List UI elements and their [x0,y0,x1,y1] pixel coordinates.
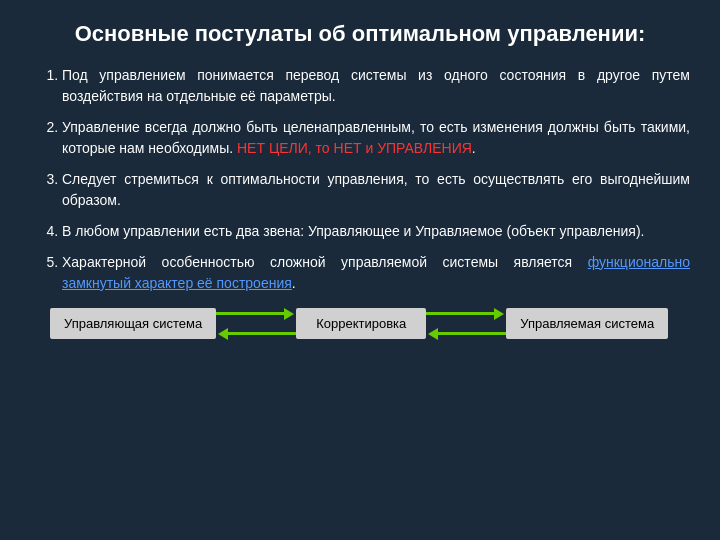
list-item-4: В любом управлении есть два звена: Управ… [62,221,690,242]
slide: Основные постулаты об оптимальном управл… [0,0,720,540]
postulates-list: Под управлением понимается перевод систе… [40,65,690,294]
list-item-3: Следует стремиться к оптимальности управ… [62,169,690,211]
item-2-text-red: НЕТ ЦЕЛИ, то НЕТ и УПРАВЛЕНИЯ [237,140,472,156]
box-controlled-system: Управляемая система [506,308,668,339]
content-area: Под управлением понимается перевод систе… [30,65,690,520]
diagram: Управляющая система Корректировка [40,306,690,342]
item-2-text-after: . [472,140,476,156]
slide-title: Основные постулаты об оптимальном управл… [30,20,690,49]
item-5-text-after: . [292,275,296,291]
list-item-2: Управление всегда должно быть целенаправ… [62,117,690,159]
item-4-text: В любом управлении есть два звена: Управ… [62,223,645,239]
item-3-text: Следует стремиться к оптимальности управ… [62,171,690,208]
item-1-text: Под управлением понимается перевод систе… [62,67,690,104]
box-correction: Корректировка [296,308,426,339]
item-5-text-before: Характерной особенностью сложной управля… [62,254,588,270]
list-item-5: Характерной особенностью сложной управля… [62,252,690,294]
box-controlling-system: Управляющая система [50,308,216,339]
list-item-1: Под управлением понимается перевод систе… [62,65,690,107]
